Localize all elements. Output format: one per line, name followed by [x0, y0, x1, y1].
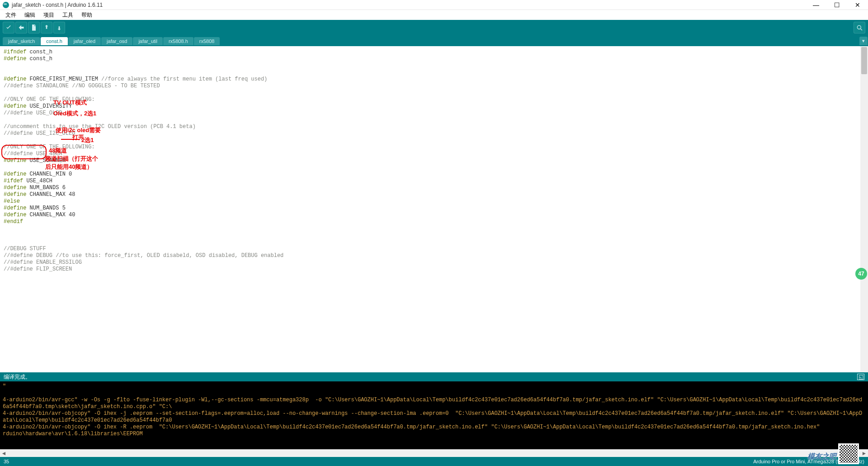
new-button[interactable]	[28, 22, 40, 33]
menu-tools[interactable]: 工具	[59, 10, 77, 20]
upload-button[interactable]	[15, 22, 27, 33]
tab-bar: jafar_sketch const.h jafar_oled jafar_os…	[0, 35, 868, 45]
verify-button[interactable]	[3, 22, 14, 33]
window-title: jafar_sketch - const.h | Arduino 1.6.11	[12, 2, 806, 8]
editor-scrollbar[interactable]	[860, 46, 868, 372]
title-bar: jafar_sketch - const.h | Arduino 1.6.11 …	[0, 0, 868, 10]
code-editor[interactable]: #ifndef const_h #define const_h #define …	[0, 46, 860, 372]
scroll-left-icon[interactable]: ◄	[0, 450, 8, 456]
tab-rx5808[interactable]: rx5808	[194, 37, 220, 45]
compile-status-bar: 编译完成。 ◱	[0, 372, 868, 381]
menu-file[interactable]: 文件	[2, 10, 20, 20]
tab-const-h[interactable]: const.h	[41, 37, 67, 45]
minimize-button[interactable]: —	[806, 0, 826, 10]
horizontal-scrollbar[interactable]: ◄ ►	[0, 449, 868, 457]
tab-jafar-util[interactable]: jafar_util	[133, 37, 163, 45]
watermark-brand: 模友之吧	[807, 452, 836, 461]
save-button[interactable]	[53, 22, 65, 33]
menu-edit[interactable]: 编辑	[21, 10, 39, 20]
maximize-button[interactable]: ☐	[826, 0, 847, 10]
tab-jafar-sketch[interactable]: jafar_sketch	[3, 37, 40, 45]
app-icon	[3, 2, 9, 8]
console-output[interactable]: "	[0, 381, 868, 449]
scrollbar-thumb[interactable]	[861, 47, 867, 74]
toolbar	[0, 20, 868, 35]
notification-badge[interactable]: 47	[855, 268, 867, 280]
menu-help[interactable]: 帮助	[78, 10, 96, 20]
open-button[interactable]	[41, 22, 52, 33]
watermark-qr-icon	[838, 443, 859, 464]
tab-jafar-osd[interactable]: jafar_osd	[101, 37, 132, 45]
console-expand-icon[interactable]: ◱	[857, 374, 864, 380]
editor-area[interactable]: #ifndef const_h #define const_h #define …	[0, 46, 868, 372]
tab-dropdown-icon[interactable]: ▾	[859, 37, 868, 45]
scroll-right-icon[interactable]: ►	[860, 450, 868, 456]
compile-status-text: 编译完成。	[4, 373, 31, 381]
close-button[interactable]: ✕	[847, 0, 868, 10]
line-number: 35	[4, 459, 9, 464]
svg-point-0	[857, 25, 861, 29]
serial-monitor-button[interactable]	[854, 22, 865, 33]
menu-project[interactable]: 项目	[40, 10, 58, 20]
bottom-status-bar: 35 Arduino Pro or Pro Mini, ATmega328 (5…	[0, 457, 868, 466]
tab-jafar-oled[interactable]: jafar_oled	[68, 37, 101, 45]
tab-rx5808-h[interactable]: rx5808.h	[163, 37, 193, 45]
menu-bar: 文件 编辑 项目 工具 帮助	[0, 10, 868, 20]
